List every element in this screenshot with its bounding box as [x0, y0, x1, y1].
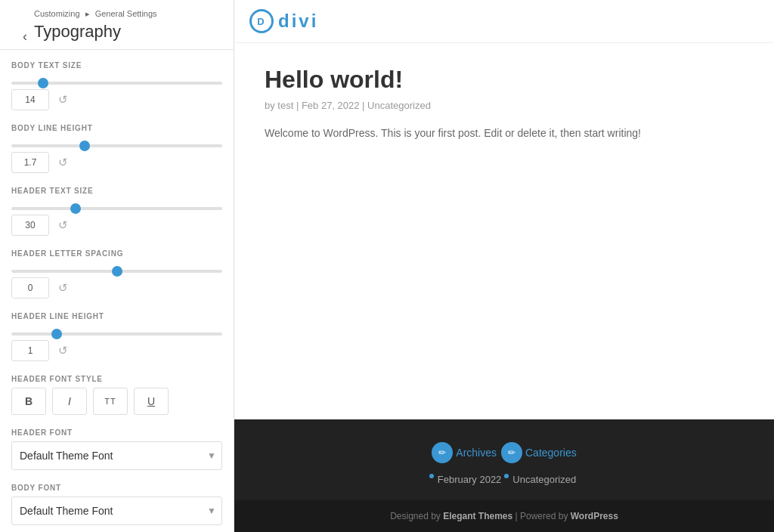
body-text-size-value: 14	[11, 89, 49, 110]
body-text-size-slider[interactable]	[11, 82, 222, 85]
uppercase-button[interactable]: TT	[93, 388, 128, 415]
body-text-size-control: BODY TEXT SIZE 14 ↺	[11, 61, 222, 110]
header-text-size-slider[interactable]	[11, 207, 222, 210]
body-font-dropdown-wrapper: Default Theme Font ▼	[11, 496, 222, 525]
header-font-select[interactable]: Default Theme Font	[11, 441, 222, 470]
footer-dot-2	[504, 474, 509, 478]
footer-sublink-cat: Uncategorized	[512, 474, 576, 485]
header-letter-spacing-slider[interactable]	[11, 270, 222, 273]
post-excerpt: Welcome to WordPress. This is your first…	[265, 125, 744, 141]
footer-links: ✏ Archives ✏ Categories	[249, 442, 759, 463]
body-font-control: BODY FONT Default Theme Font ▼	[11, 484, 222, 525]
header-line-height-control: HEADER LINE HEIGHT 1 ↺	[11, 312, 222, 361]
footer-sublinks: February 2022 Uncategorized	[249, 474, 759, 485]
body-line-height-reset[interactable]: ↺	[54, 153, 72, 172]
header-text-size-value: 30	[11, 215, 49, 236]
footer-designed-text: Designed by	[390, 511, 443, 521]
preview-area: D divi Hello world! by test | Feb 27, 20…	[234, 0, 774, 419]
panel-header: ‹ Customizing ▸ General Settings Typogra…	[0, 0, 234, 50]
footer-elegant-themes: Elegant Themes	[443, 511, 512, 521]
header-line-height-reset[interactable]: ↺	[54, 342, 72, 360]
preview-footer-bottom: Designed by Elegant Themes | Powered by …	[234, 500, 774, 532]
header-font-style-label: HEADER FONT STYLE	[11, 375, 222, 383]
header-font-label: HEADER FONT	[11, 428, 222, 437]
post-meta: by test | Feb 27, 2022 | Uncategorized	[265, 100, 744, 111]
header-letter-spacing-value: 0	[11, 277, 49, 298]
body-line-height-label: BODY LINE HEIGHT	[11, 124, 222, 132]
italic-button[interactable]: I	[52, 388, 87, 415]
body-text-size-reset[interactable]: ↺	[54, 91, 72, 109]
header-text-size-label: HEADER TEXT SIZE	[11, 187, 222, 195]
categories-edit-icon[interactable]: ✏	[501, 442, 522, 463]
right-panel: D divi Hello world! by test | Feb 27, 20…	[234, 0, 774, 532]
preview-footer-dark: ✏ Archives ✏ Categories February 2022 Un…	[234, 419, 774, 500]
divi-logo-circle: D	[249, 9, 274, 33]
header-letter-spacing-reset[interactable]: ↺	[54, 279, 72, 297]
header-line-height-slider[interactable]	[11, 332, 222, 336]
divi-logo: D divi	[249, 9, 318, 33]
footer-link-categories: ✏ Categories	[501, 442, 577, 463]
header-font-dropdown-wrapper: Default Theme Font ▼	[11, 441, 222, 470]
body-font-label: BODY FONT	[11, 484, 222, 492]
underline-button[interactable]: U	[134, 388, 169, 415]
body-font-select[interactable]: Default Theme Font	[11, 496, 222, 525]
header-font-style-buttons: B I TT U	[11, 388, 222, 415]
body-text-size-label: BODY TEXT SIZE	[11, 61, 222, 70]
post-title: Hello world!	[265, 66, 744, 94]
body-line-height-control: BODY LINE HEIGHT 1.7 ↺	[11, 124, 222, 173]
header-line-height-value: 1	[11, 340, 49, 361]
page-title: Typography	[34, 22, 222, 42]
categories-link[interactable]: Categories	[525, 447, 577, 459]
footer-powered-text: | Powered by	[515, 511, 571, 521]
bold-button[interactable]: B	[11, 388, 46, 415]
preview-content: Hello world! by test | Feb 27, 2022 | Un…	[234, 43, 774, 156]
archives-link[interactable]: Archives	[456, 447, 497, 459]
footer-sublink-date: February 2022	[438, 474, 502, 485]
divi-header: D divi	[234, 0, 774, 43]
body-line-height-slider[interactable]	[11, 144, 222, 147]
header-font-control: HEADER FONT Default Theme Font ▼	[11, 428, 222, 470]
footer-wordpress: WordPress	[571, 511, 618, 521]
header-text-size-control: HEADER TEXT SIZE 30 ↺	[11, 187, 222, 236]
header-letter-spacing-control: HEADER LETTER SPACING 0 ↺	[11, 249, 222, 298]
header-line-height-label: HEADER LINE HEIGHT	[11, 312, 222, 320]
panel-content: BODY TEXT SIZE 14 ↺ BODY LINE HEIGHT 1.7…	[0, 50, 234, 532]
archives-edit-icon[interactable]: ✏	[432, 442, 453, 463]
footer-dot-1	[429, 474, 434, 478]
body-line-height-value: 1.7	[11, 152, 49, 173]
footer-link-archives: ✏ Archives	[432, 442, 497, 463]
left-panel: ‹ Customizing ▸ General Settings Typogra…	[0, 0, 234, 532]
header-text-size-reset[interactable]: ↺	[54, 216, 72, 234]
header-font-style-control: HEADER FONT STYLE B I TT U	[11, 375, 222, 415]
back-button[interactable]: ‹	[11, 23, 39, 50]
header-letter-spacing-label: HEADER LETTER SPACING	[11, 249, 222, 258]
breadcrumb: Customizing ▸ General Settings	[34, 9, 222, 19]
